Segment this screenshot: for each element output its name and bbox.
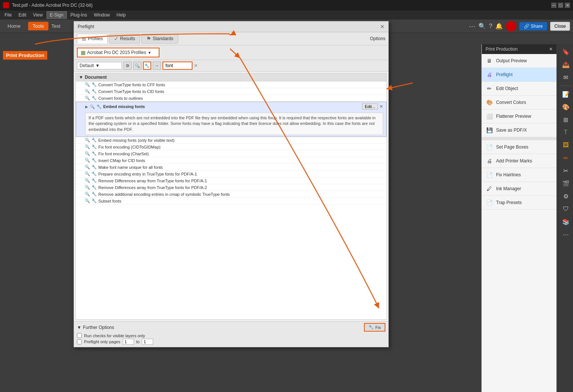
bell-icon[interactable]: 🔔 — [495, 23, 503, 30]
menu-edit[interactable]: Edit — [15, 12, 29, 18]
user-avatar[interactable] — [506, 21, 516, 32]
menu-plugins[interactable]: Plug-Ins — [68, 12, 90, 18]
preflight-dialog: Preflight ✕ ⊞ Profiles ✓ Results ⚑ Stand… — [74, 21, 389, 33]
close-top-button[interactable]: Close — [550, 22, 570, 31]
window-controls: ─ □ ✕ — [551, 3, 570, 8]
menu-view[interactable]: View — [30, 12, 46, 18]
help-icon[interactable]: ? — [489, 23, 492, 30]
maximize-button[interactable]: □ — [558, 3, 563, 8]
app-icon — [3, 2, 9, 8]
title-bar: Test.pdf - Adobe Acrobat Pro DC (32-bit)… — [0, 0, 573, 11]
search-icon[interactable]: 🔍 — [478, 23, 486, 30]
tab-tools[interactable]: Tools — [28, 22, 48, 30]
share-button[interactable]: 🔗 Share — [519, 22, 547, 30]
window-title: Test.pdf - Adobe Acrobat Pro DC (32-bit) — [12, 3, 93, 8]
menu-esign[interactable]: E-Sign — [47, 11, 67, 19]
menu-help[interactable]: Help — [114, 12, 129, 18]
menu-file[interactable]: File — [2, 12, 15, 18]
close-button[interactable]: ✕ — [565, 3, 570, 8]
tab-home[interactable]: Home — [3, 22, 25, 30]
dialog-title-bar: Preflight ✕ — [74, 21, 388, 32]
tab-test[interactable]: Test — [51, 23, 60, 29]
dialog-tab-bar: ⊞ Profiles ✓ Results ⚑ Standards Options — [74, 32, 388, 33]
dialog-title-text: Preflight — [78, 24, 94, 29]
menu-bar: File Edit View E-Sign Plug-Ins Window He… — [0, 11, 573, 20]
minimize-button[interactable]: ─ — [551, 3, 556, 8]
dialog-close-button[interactable]: ✕ — [380, 24, 385, 30]
menu-window[interactable]: Window — [91, 12, 113, 18]
more-options-icon[interactable]: ⋯ — [469, 22, 475, 30]
